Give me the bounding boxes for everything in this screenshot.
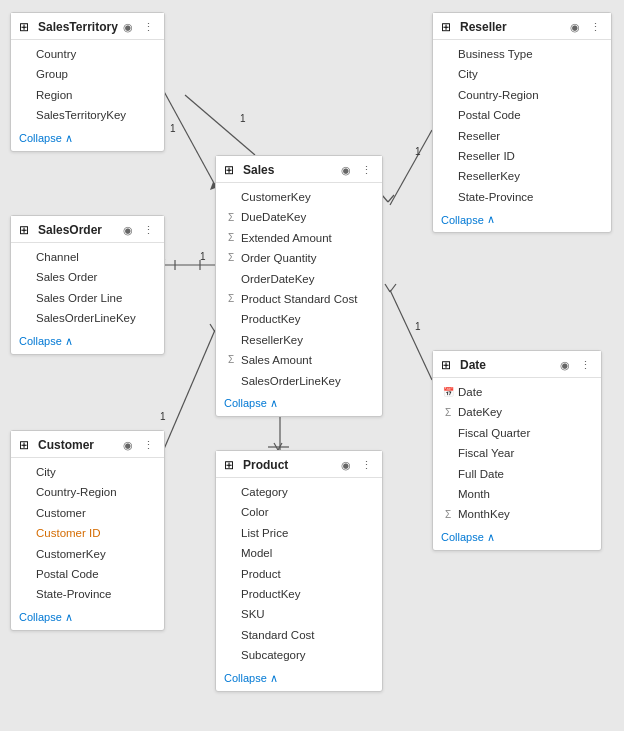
more-icon-date[interactable]: ⋮ (577, 357, 593, 373)
fields-customer: City Country-Region Customer Customer ID… (11, 458, 164, 607)
field-name: MonthKey (458, 505, 510, 523)
more-icon-product[interactable]: ⋮ (358, 457, 374, 473)
eye-icon-date[interactable]: ◉ (557, 357, 573, 373)
fields-reseller: Business Type City Country-Region Postal… (433, 40, 611, 209)
field-name: ProductKey (241, 585, 300, 603)
field-name: Postal Code (36, 565, 99, 583)
collapse-icon: ∧ (65, 132, 73, 145)
table-sales: ⊞ Sales ◉ ⋮ CustomerKey ΣDueDateKey ΣExt… (215, 155, 383, 417)
field-row: Customer ID (11, 523, 164, 543)
table-title-customer: Customer (38, 438, 120, 452)
eye-icon-salesorder[interactable]: ◉ (120, 222, 136, 238)
field-row: ResellerKey (216, 330, 382, 350)
field-row: Fiscal Quarter (433, 423, 601, 443)
eye-icon-product[interactable]: ◉ (338, 457, 354, 473)
svg-line-14 (274, 443, 278, 450)
field-name: Country-Region (458, 86, 539, 104)
fields-sales: CustomerKey ΣDueDateKey ΣExtended Amount… (216, 183, 382, 393)
svg-line-11 (388, 195, 394, 202)
table-icon-product: ⊞ (224, 458, 238, 472)
field-row: SalesTerritoryKey (11, 105, 164, 125)
field-row: ΣDateKey (433, 402, 601, 422)
field-row: Country-Region (433, 85, 611, 105)
table-reseller: ⊞ Reseller ◉ ⋮ Business Type City Countr… (432, 12, 612, 233)
more-icon-salesterritory[interactable]: ⋮ (140, 19, 156, 35)
field-name: Order Quantity (241, 249, 316, 267)
field-row: Model (216, 543, 382, 563)
field-row: List Price (216, 523, 382, 543)
more-icon-sales[interactable]: ⋮ (358, 162, 374, 178)
collapse-date[interactable]: Collapse ∧ (433, 527, 601, 550)
field-name: DateKey (458, 403, 502, 421)
field-row: Postal Code (11, 564, 164, 584)
field-row: ΣDueDateKey (216, 207, 382, 227)
table-header-product: ⊞ Product ◉ ⋮ (216, 451, 382, 478)
field-row: 📅Date (433, 382, 601, 402)
collapse-salesorder[interactable]: Collapse ∧ (11, 331, 164, 354)
svg-text:1: 1 (170, 123, 176, 134)
more-icon-salesorder[interactable]: ⋮ (140, 222, 156, 238)
table-icon-sales: ⊞ (224, 163, 238, 177)
table-icon-date: ⊞ (441, 358, 455, 372)
field-name: Customer ID (36, 524, 101, 542)
collapse-label: Collapse (224, 672, 267, 684)
field-icon: Σ (441, 507, 455, 523)
collapse-reseller[interactable]: Collapse ∧ (433, 209, 611, 232)
field-row: ΣSales Amount (216, 350, 382, 370)
fields-date: 📅Date ΣDateKey Fiscal Quarter Fiscal Yea… (433, 378, 601, 527)
header-actions-sales: ◉ ⋮ (338, 162, 374, 178)
header-actions-product: ◉ ⋮ (338, 457, 374, 473)
svg-line-15 (278, 443, 282, 450)
field-row: CustomerKey (11, 544, 164, 564)
field-name: Reseller ID (458, 147, 515, 165)
field-row: Sales Order (11, 267, 164, 287)
header-actions-date: ◉ ⋮ (557, 357, 593, 373)
field-row: Postal Code (433, 105, 611, 125)
eye-icon-sales[interactable]: ◉ (338, 162, 354, 178)
svg-text:1: 1 (415, 321, 421, 332)
collapse-icon: ∧ (487, 213, 495, 226)
eye-icon-salesterritory[interactable]: ◉ (120, 19, 136, 35)
more-icon-reseller[interactable]: ⋮ (587, 19, 603, 35)
eye-icon-customer[interactable]: ◉ (120, 437, 136, 453)
header-actions-customer: ◉ ⋮ (120, 437, 156, 453)
field-icon: 📅 (441, 385, 455, 399)
field-row: City (11, 462, 164, 482)
field-row: SalesOrderLineKey (216, 371, 382, 391)
fields-salesterritory: Country Group Region SalesTerritoryKey (11, 40, 164, 128)
field-name: Month (458, 485, 490, 503)
collapse-sales[interactable]: Collapse ∧ (216, 393, 382, 416)
field-name: State-Province (36, 585, 111, 603)
field-row: City (433, 64, 611, 84)
collapse-product[interactable]: Collapse ∧ (216, 668, 382, 691)
collapse-customer[interactable]: Collapse ∧ (11, 607, 164, 630)
eye-icon-reseller[interactable]: ◉ (567, 19, 583, 35)
field-name: Country-Region (36, 483, 117, 501)
field-name: Postal Code (458, 106, 521, 124)
collapse-salesterritory[interactable]: Collapse ∧ (11, 128, 164, 151)
field-name: Full Date (458, 465, 504, 483)
field-row: Sales Order Line (11, 288, 164, 308)
collapse-icon: ∧ (270, 397, 278, 410)
field-row: Group (11, 64, 164, 84)
field-name: SKU (241, 605, 265, 623)
field-row: Channel (11, 247, 164, 267)
field-row: ΣOrder Quantity (216, 248, 382, 268)
table-salesterritory: ⊞ SalesTerritory ◉ ⋮ Country Group Regio… (10, 12, 165, 152)
field-row: Country-Region (11, 482, 164, 502)
field-name: State-Province (458, 188, 533, 206)
field-row: ΣExtended Amount (216, 228, 382, 248)
field-row: Fiscal Year (433, 443, 601, 463)
field-name: Extended Amount (241, 229, 332, 247)
table-header-customer: ⊞ Customer ◉ ⋮ (11, 431, 164, 458)
table-icon-salesterritory: ⊞ (19, 20, 33, 34)
field-row: Reseller ID (433, 146, 611, 166)
diagram-canvas: 1 1 1 1 1 1 1 1 (0, 0, 624, 731)
field-name: OrderDateKey (241, 270, 315, 288)
collapse-icon: ∧ (270, 672, 278, 685)
field-name: Date (458, 383, 482, 401)
field-row: ResellerKey (433, 166, 611, 186)
field-name: ResellerKey (458, 167, 520, 185)
table-customer: ⊞ Customer ◉ ⋮ City Country-Region Custo… (10, 430, 165, 631)
more-icon-customer[interactable]: ⋮ (140, 437, 156, 453)
